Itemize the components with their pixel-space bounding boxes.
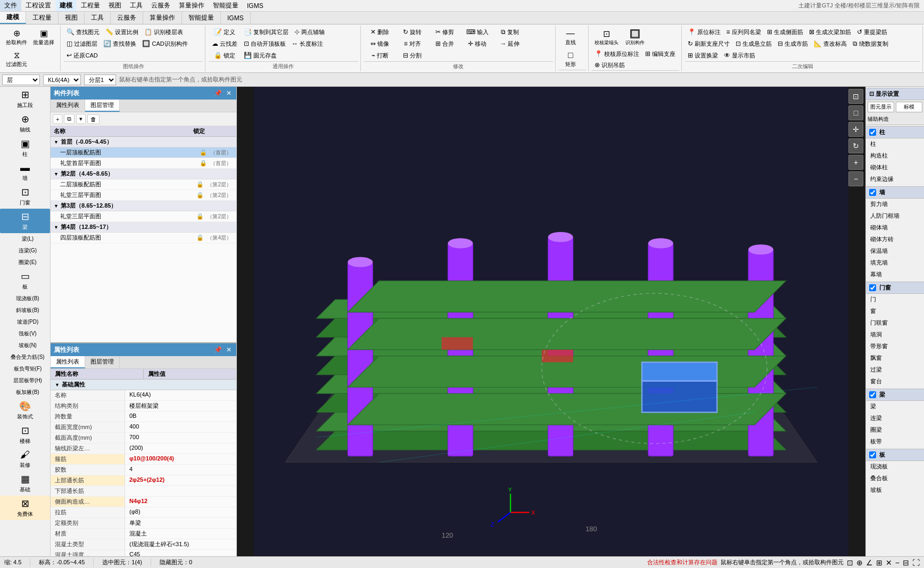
prop-val-top-bar[interactable]: 2φ25+(2φ12) <box>125 475 236 485</box>
btn-check-height[interactable]: 📐查改标高 <box>811 38 849 49</box>
btn-more-status[interactable]: ⊞ <box>876 558 882 567</box>
prop-val-quota[interactable]: 单梁 <box>125 518 236 528</box>
sidebar-item-composite[interactable]: 叠合受力筋(S) <box>0 351 50 363</box>
prop-val-axis-dist[interactable]: (200) <box>125 443 236 454</box>
btn-fullscreen-status[interactable]: ⛶ <box>912 558 920 567</box>
right-item-composite-slab[interactable]: 叠合板 <box>866 473 924 484</box>
btn-identify-floor[interactable]: 📋识别楼层表 <box>142 27 186 37</box>
sidebar-item-column[interactable]: ▣ 柱 <box>0 136 50 160</box>
prop-val-stirrup[interactable]: φ10@100/200(4) <box>125 454 236 464</box>
props-section-basic[interactable]: 基础属性 <box>51 380 236 390</box>
sidebar-item-door-win[interactable]: ⊡ 门窗 <box>0 184 50 209</box>
prop-val-legs[interactable]: 4 <box>125 465 236 475</box>
prop-val-height[interactable]: 700 <box>125 433 236 443</box>
btn-more-layer[interactable]: ▾ <box>76 114 86 124</box>
btn-angle-status[interactable]: ∠ <box>866 558 873 567</box>
btn-zoom-in[interactable]: + <box>848 155 863 170</box>
btn-attr-select[interactable]: ≡按属性选择 <box>3 70 35 72</box>
btn-identify-element[interactable]: 🔲识别构件 <box>622 27 648 48</box>
right-item-masonry-wall[interactable]: 砌体墙 <box>866 222 924 234</box>
panel-close-btn[interactable]: ✕ <box>225 89 233 97</box>
right-item-cast-slab2[interactable]: 现浇板 <box>866 461 924 473</box>
right-item-lintel2[interactable]: 连梁 <box>866 413 924 424</box>
sidebar-item-phase[interactable]: ⊞ 施工段 <box>0 87 50 111</box>
btn-template-display[interactable]: 标模 <box>896 102 922 112</box>
btn-find-replace[interactable]: 🔄查找替换 <box>101 38 139 49</box>
right-item-slope-board2[interactable]: 坡板 <box>866 484 924 496</box>
right-item-constraint-edge[interactable]: 约束边缘 <box>866 174 924 185</box>
right-item-door[interactable]: 门 <box>866 294 924 306</box>
btn-cad-identify[interactable]: 🔲CAD识别构件 <box>139 38 190 49</box>
btn-minus-status[interactable]: − <box>895 558 900 567</box>
btn-zoom-extent[interactable]: ⊡ <box>848 89 863 104</box>
btn-grid-status[interactable]: ⊟ <box>903 558 909 567</box>
btn-cross-status[interactable]: ✕ <box>886 558 892 567</box>
btn-filter-layer2[interactable]: ◫过滤图层 <box>64 38 100 49</box>
layer-item-1[interactable]: 一层顶板配筋图 🔒 （首层） <box>51 147 236 158</box>
menu-project-settings[interactable]: 工程设置 <box>21 0 55 11</box>
tab-view[interactable]: 视图 <box>59 12 85 24</box>
layer-selector[interactable]: 层 KL6(4A) <box>2 75 40 85</box>
btn-delete[interactable]: ✕删除 <box>364 27 396 37</box>
btn-lock[interactable]: 🔒锁定 <box>209 50 241 61</box>
btn-merge[interactable]: ⊞合并 <box>429 38 461 49</box>
btn-same-beam[interactable]: ≡应列同名梁 <box>724 27 764 37</box>
btn-copy-layer[interactable]: ⧉ <box>64 114 75 124</box>
floor-selector[interactable]: 分层1 <box>84 75 116 85</box>
tab-layers[interactable]: 图层管理 <box>85 356 120 368</box>
prop-val-concrete-grade[interactable]: C45 <box>125 550 236 556</box>
btn-gen-side[interactable]: ⊞生成侧面筋 <box>764 27 806 37</box>
btn-break[interactable]: ⌁打断 <box>364 50 396 61</box>
btn-extend[interactable]: →延伸 <box>494 38 526 49</box>
right-item-overbeam[interactable]: 过梁 <box>866 364 924 376</box>
menu-calc[interactable]: 算量操作 <box>175 0 209 11</box>
btn-line[interactable]: —直线 <box>559 27 582 48</box>
prop-val-width[interactable]: 400 <box>125 422 236 432</box>
tab-calc-ops[interactable]: 算量操作 <box>143 12 182 24</box>
sidebar-item-slab[interactable]: ▭ 板 <box>0 268 50 293</box>
btn-auto-open[interactable]: ⊡自动开顶板板 <box>241 38 288 49</box>
sidebar-item-slope-board[interactable]: 坡板(N) <box>0 340 50 351</box>
btn-identify-hanging[interactable]: ⊗识别吊筋 <box>592 60 628 70</box>
btn-add-layer[interactable]: + <box>53 114 62 124</box>
btn-copy[interactable]: ⧉复制 <box>494 27 526 37</box>
btn-zoom-out[interactable]: − <box>848 171 863 186</box>
tab-igms[interactable]: IGMS <box>221 12 251 24</box>
btn-copy-to-floor[interactable]: 📑复制到其它层 <box>241 27 291 37</box>
tab-props[interactable]: 属性列表 <box>51 356 85 368</box>
right-item-slab-band[interactable]: 板带 <box>866 436 924 448</box>
right-item-door-window[interactable]: 门联窗 <box>866 317 924 329</box>
tab-smart[interactable]: 智能提量 <box>182 12 221 24</box>
btn-filter-layer[interactable]: ⧖过滤图元 <box>3 48 30 70</box>
btn-delete-layer[interactable]: 🗑 <box>87 114 100 124</box>
prop-val-struct[interactable]: 楼层框架梁 <box>125 401 236 411</box>
right-item-window[interactable]: 窗 <box>866 306 924 317</box>
btn-copy-data[interactable]: ⧉绕数据复制 <box>850 38 891 49</box>
menu-igms[interactable]: IGMS <box>243 0 268 11</box>
sidebar-item-raft[interactable]: 筏板(V) <box>0 328 50 340</box>
btn-check-beam-end[interactable]: ⊡校核梁端头 <box>592 27 621 48</box>
btn-find-element[interactable]: 🔍查找图元 <box>64 27 102 37</box>
prop-val-side-bar[interactable]: N4φ12 <box>125 497 236 507</box>
btn-refresh-support[interactable]: ↻刷新支座尺寸 <box>685 38 732 49</box>
layer-item-3[interactable]: 二层顶板配筋图 🔒 （第2层） <box>51 179 236 190</box>
btn-batch-select[interactable]: ▣批量选择 <box>30 27 57 48</box>
btn-save-element[interactable]: 💾圆元存盘 <box>241 50 279 61</box>
menu-file[interactable]: 文件 <box>0 0 21 11</box>
layer-group-floor1[interactable]: 首层（-0.05~4.45） <box>51 137 236 147</box>
btn-split[interactable]: ⊟分割 <box>397 50 428 61</box>
right-item-shear-wall[interactable]: 剪力墙 <box>866 199 924 210</box>
cb-beam[interactable] <box>869 391 876 398</box>
btn-cloud-diff[interactable]: ☁云找差 <box>209 38 241 49</box>
right-item-wall-hole[interactable]: 墙洞 <box>866 329 924 341</box>
right-item-sill[interactable]: 窗台 <box>866 376 924 388</box>
prop-val-bot-bar[interactable] <box>125 486 236 496</box>
sidebar-item-floor-band[interactable]: 层层板带(H) <box>0 375 50 386</box>
layer-group-floor4[interactable]: 第4层（12.85~17） <box>51 222 236 233</box>
sidebar-item-ramp[interactable]: 坡道(PD) <box>0 316 50 328</box>
menu-ai[interactable]: 智能提量 <box>209 0 243 11</box>
right-item-ring-beam2[interactable]: 圈梁 <box>866 424 924 436</box>
tab-props-list[interactable]: 属性列表 <box>51 100 85 112</box>
btn-edit-support[interactable]: ⊞编辑支座 <box>642 48 678 59</box>
btn-check-mark[interactable]: 📍校核原位标注 <box>592 48 642 59</box>
